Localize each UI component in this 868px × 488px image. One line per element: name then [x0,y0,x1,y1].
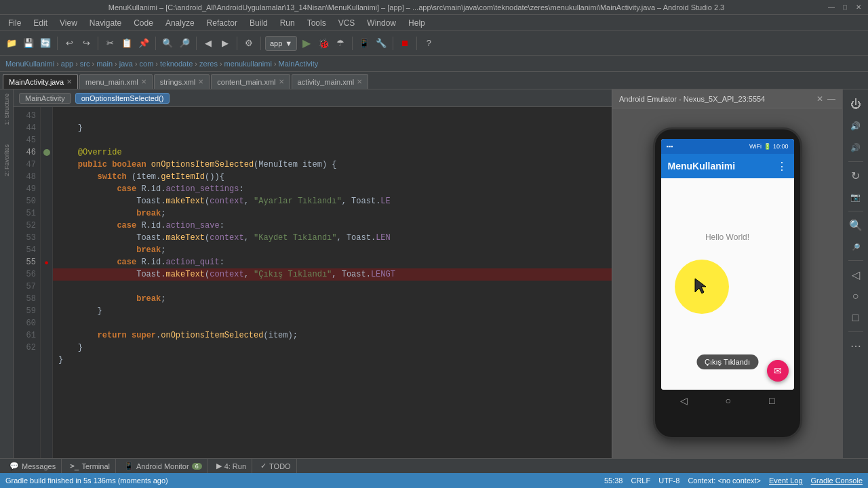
emulator-close-icon[interactable]: ✕ [816,94,823,104]
bc-src[interactable]: src [80,60,90,68]
toast-message: Çıkış Tıklandı [696,354,758,369]
maximize-button[interactable]: □ [841,3,849,12]
zoom-in-icon[interactable]: 🔍 [846,216,865,235]
tab-label: strings.xml [160,78,196,86]
tab-activity-main-xml[interactable]: activity_main.xml ✕ [292,74,369,89]
overview-icon[interactable]: □ [846,308,865,327]
zoom-out-icon[interactable]: 🔎 [846,237,865,256]
tab-content-main-xml[interactable]: content_main.xml ✕ [211,74,290,89]
bc-com[interactable]: com [140,60,154,68]
structure-tab[interactable]: 1: Structure [3,94,10,125]
nav-recent-icon[interactable]: □ [769,395,774,406]
android-monitor-tab[interactable]: 📱 Android Monitor 6 [119,459,208,473]
sdk-icon[interactable]: 🔧 [374,36,389,51]
tab-close-icon[interactable]: ✕ [198,78,203,85]
back-nav-icon[interactable]: ◀ [201,36,216,51]
screenshot-icon[interactable]: 📷 [846,188,865,207]
status-right: 55:38 CRLF UTF-8 Context: <no context> E… [604,476,863,485]
tab-menu-main-xml[interactable]: menu_main.xml ✕ [79,74,153,89]
breakpoint-46[interactable] [43,149,50,156]
android-monitor-badge: 6 [192,463,202,470]
event-log[interactable]: Event Log [769,476,803,485]
method-chip[interactable]: onOptionsItemSelected() [75,93,170,104]
menu-file[interactable]: File [3,17,26,29]
tab-mainactivity-java[interactable]: MainActivity.java ✕ [3,74,78,89]
fab-button[interactable]: ✉ [767,360,789,382]
close-button[interactable]: ✕ [854,3,863,12]
nav-back-icon[interactable]: ◁ [680,395,688,406]
gradle-console[interactable]: Gradle Console [811,476,863,485]
title-text: MenuKullanimi – [C:\android_All\AndroidU… [5,3,827,12]
bc-menukullanimi[interactable]: menukullanimi [224,60,272,68]
toolbar-separator-4 [196,37,197,50]
tab-close-icon[interactable]: ✕ [141,78,146,85]
help-icon[interactable]: ? [421,36,436,51]
rotate-icon[interactable]: ↻ [846,166,865,185]
messages-tab[interactable]: 💬 Messages [4,459,62,473]
app-dropdown[interactable]: app ▼ [265,36,297,51]
cut-icon[interactable]: ✂ [102,36,117,51]
replace-icon[interactable]: 🔎 [177,36,192,51]
favorites-tab[interactable]: 2: Favorites [3,144,10,176]
menu-run[interactable]: Run [275,17,300,29]
bc-mainactivity[interactable]: MainActivity [279,60,319,68]
menu-navigate[interactable]: Navigate [84,17,127,29]
avd-icon[interactable]: 📱 [357,36,372,51]
volume-up-icon[interactable]: 🔊 [846,117,865,136]
minimize-button[interactable]: — [827,3,835,12]
charset: UTF-8 [658,476,679,485]
nav-home-icon[interactable]: ○ [726,395,731,406]
coverage-button[interactable]: ☂ [333,36,348,51]
forward-nav-icon[interactable]: ▶ [218,36,233,51]
volume-down-icon[interactable]: 🔊 [846,138,865,157]
toolbar-separator-9 [416,37,417,50]
sync-icon[interactable]: 🔄 [38,36,53,51]
debug-button[interactable]: 🐞 [316,36,331,51]
menu-tools[interactable]: Tools [302,17,332,29]
bc-java[interactable]: java [119,60,133,68]
class-chip[interactable]: MainActivity [19,93,71,104]
tab-close-icon[interactable]: ✕ [357,78,362,85]
run-button[interactable]: ▶ [299,36,314,51]
menu-view[interactable]: View [54,17,83,29]
phone-menu-icon[interactable]: ⋮ [776,160,787,173]
menu-refactor[interactable]: Refactor [201,17,243,29]
bc-main[interactable]: main [96,60,113,68]
menu-analyze[interactable]: Analyze [160,17,200,29]
terminal-tab[interactable]: >_ Terminal [64,459,116,473]
menu-window[interactable]: Window [361,17,401,29]
stop-button[interactable]: ⏹ [397,36,412,51]
bc-zeres[interactable]: zeres [199,60,218,68]
redo-icon[interactable]: ↪ [79,36,94,51]
emulator-body: ▪▪▪ WiFi 🔋 10:00 MenuKullanimi ⋮ [612,108,842,458]
paste-icon[interactable]: 📌 [136,36,151,51]
more-options-icon[interactable]: ⋯ [846,336,865,355]
menu-edit[interactable]: Edit [28,17,53,29]
toolbar: 📁 💾 🔄 ↩ ↪ ✂ 📋 📌 🔍 🔎 ◀ ▶ ⚙ app ▼ ▶ 🐞 ☂ 📱 … [0,31,868,56]
open-file-icon[interactable]: 📁 [4,36,19,51]
menu-help[interactable]: Help [403,17,431,29]
emulator-minimize-icon[interactable]: — [827,94,835,104]
build-message: Gradle build finished in 5s 136ms (momen… [5,476,168,485]
bc-teknodate[interactable]: teknodate [160,60,193,68]
bc-app[interactable]: app [61,60,73,68]
tab-close-icon[interactable]: ✕ [279,78,284,85]
home-icon[interactable]: ○ [846,287,865,306]
todo-tab[interactable]: ✓ TODO [255,459,297,473]
copy-icon[interactable]: 📋 [119,36,134,51]
code-text[interactable]: } @Override public boolean onOptionsItem… [53,107,612,458]
bc-menu-kullanimi[interactable]: MenuKullanimi [5,60,54,68]
search-icon[interactable]: 🔍 [160,36,175,51]
tab-strings-xml[interactable]: strings.xml ✕ [154,74,210,89]
menu-code[interactable]: Code [128,17,159,29]
menu-build[interactable]: Build [244,17,273,29]
power-icon[interactable]: ⏻ [846,95,865,114]
undo-icon[interactable]: ↩ [62,36,77,51]
menu-vcs[interactable]: VCS [333,17,361,29]
back-icon[interactable]: ◁ [846,265,865,284]
gutter: ● [41,107,53,458]
tab-close-icon[interactable]: ✕ [66,78,72,85]
gradle-sync-icon[interactable]: ⚙ [241,36,256,51]
save-icon[interactable]: 💾 [21,36,36,51]
run-tab[interactable]: ▶ 4: Run [211,459,252,473]
